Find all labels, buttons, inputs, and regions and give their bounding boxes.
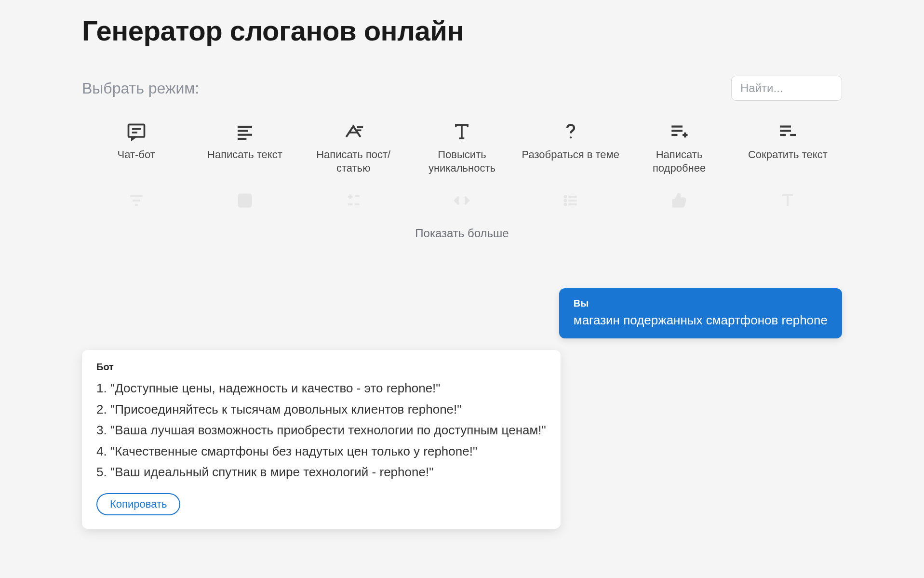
list-minus-icon — [776, 120, 799, 143]
mode-hidden-1[interactable] — [82, 189, 190, 217]
svg-point-32 — [564, 196, 566, 198]
bot-line: 4. "Качественные смартфоны без надутых ц… — [96, 442, 546, 462]
mode-label: Повысить уникальность — [413, 148, 511, 175]
mode-hidden-7[interactable] — [734, 189, 842, 217]
math-icon — [342, 189, 365, 212]
user-message-text: магазин подержанных смартфонов rephone — [574, 313, 828, 328]
user-message: Вы магазин подержанных смартфонов rephon… — [559, 288, 842, 338]
copy-button[interactable]: Копировать — [96, 493, 180, 515]
svg-rect-0 — [128, 124, 144, 137]
mode-shorten[interactable]: Сократить текст — [734, 120, 842, 175]
align-left-icon — [233, 120, 256, 143]
mode-uniqueness[interactable]: Повысить уникальность — [408, 120, 516, 175]
bot-line: 1. "Доступные цены, надежность и качеств… — [96, 378, 546, 399]
type-t-icon — [776, 189, 799, 212]
mode-understand[interactable]: Разобраться в теме — [516, 120, 625, 175]
svg-point-36 — [564, 203, 566, 205]
svg-point-12 — [570, 136, 572, 138]
text-t-icon — [450, 120, 473, 143]
mode-label: Чат-бот — [118, 148, 155, 161]
columns-icon — [233, 189, 256, 212]
mode-label: Написать пост/статью — [304, 148, 403, 175]
code-icon — [450, 189, 473, 212]
mode-write-detailed[interactable]: Написать подробнее — [625, 120, 733, 175]
mode-write-post[interactable]: Написать пост/статью — [299, 120, 408, 175]
mode-select-row: Выбрать режим: — [82, 76, 842, 101]
mode-label: Разобраться в теме — [522, 148, 619, 161]
app-container: Генератор слоганов онлайн Выбрать режим:… — [0, 0, 924, 548]
bot-message: Бот 1. "Доступные цены, надежность и кач… — [82, 350, 561, 529]
question-icon — [559, 120, 582, 143]
modes-grid-hidden — [82, 189, 842, 217]
user-message-who: Вы — [574, 298, 828, 309]
mode-hidden-5[interactable] — [516, 189, 625, 217]
bot-line: 2. "Присоединяйтесь к тысячам довольных … — [96, 400, 546, 420]
mode-label: Сократить текст — [748, 148, 828, 161]
mode-label: Написать текст — [207, 148, 282, 161]
filter-icon — [125, 189, 148, 212]
bot-message-who: Бот — [96, 362, 546, 373]
mode-hidden-3[interactable] — [299, 189, 408, 217]
list-icon — [559, 189, 582, 212]
mode-hidden-6[interactable] — [625, 189, 733, 217]
mode-hidden-2[interactable] — [190, 189, 299, 217]
mode-hidden-4[interactable] — [408, 189, 516, 217]
article-icon — [342, 120, 365, 143]
chat-area: Вы магазин подержанных смартфонов rephon… — [82, 288, 842, 529]
modes-grid: Чат-бот Написать текст — [82, 120, 842, 175]
mode-label: Написать подробнее — [629, 148, 728, 175]
bot-line: 3. "Ваша лучшая возможность приобрести т… — [96, 420, 546, 441]
thumbs-up-icon — [668, 189, 691, 212]
bot-message-lines: 1. "Доступные цены, надежность и качеств… — [96, 378, 546, 483]
search-input[interactable] — [731, 76, 842, 101]
mode-write-text[interactable]: Написать текст — [190, 120, 299, 175]
mode-chat-bot[interactable]: Чат-бот — [82, 120, 190, 175]
page-title: Генератор слоганов онлайн — [82, 14, 842, 47]
svg-point-34 — [564, 200, 566, 201]
bot-line: 5. "Ваш идеальный спутник в мире техноло… — [96, 462, 546, 483]
show-more-button[interactable]: Показать больше — [82, 227, 842, 240]
list-plus-icon — [668, 120, 691, 143]
chat-icon — [125, 120, 148, 143]
mode-select-label: Выбрать режим: — [82, 80, 199, 97]
